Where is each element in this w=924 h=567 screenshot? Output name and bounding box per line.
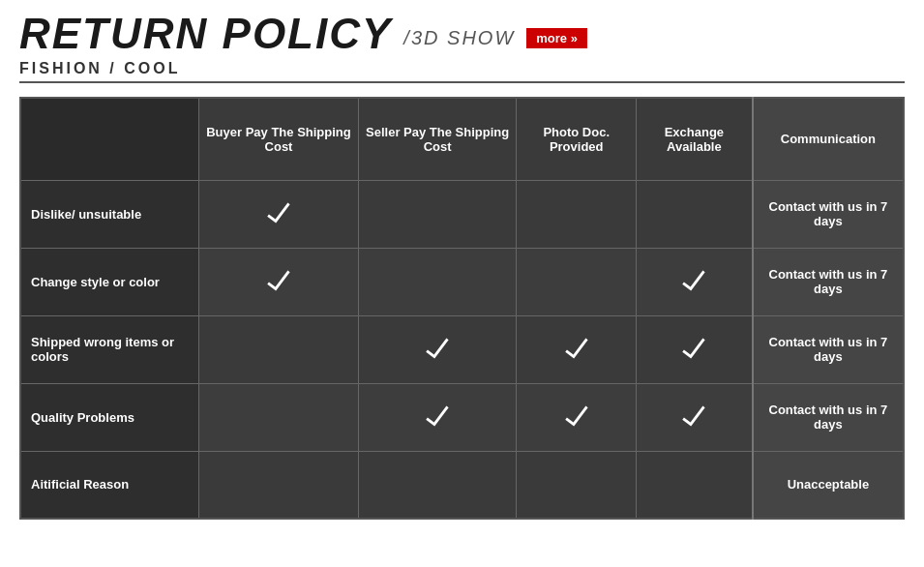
policy-table: Buyer Pay The Shipping Cost Seller Pay T…: [19, 97, 905, 520]
cell-seller-pay: [358, 180, 517, 248]
subtitle: FISHION / COOL: [19, 60, 905, 83]
cell-communication: Contact with us in 7 days: [753, 315, 904, 383]
cell-seller-pay: [358, 383, 517, 451]
cell-photo-doc: [517, 315, 637, 383]
cell-photo-doc: [517, 180, 637, 248]
cell-buyer-pay: [199, 180, 359, 248]
cell-exchange: [636, 180, 752, 248]
cell-photo-doc: [517, 383, 637, 451]
table-row: Aitificial ReasonUnacceptable: [20, 451, 904, 519]
cell-seller-pay: [358, 451, 517, 519]
cell-reason: Change style or color: [20, 248, 199, 315]
table-row: Shipped wrong items or colorsContact wit…: [20, 315, 904, 383]
cell-reason: Dislike/ unsuitable: [20, 180, 199, 248]
col-header-photo-doc: Photo Doc. Provided: [517, 98, 637, 180]
page: RETURN POLICY /3D SHOW more » FISHION / …: [0, 0, 924, 567]
cell-reason: Shipped wrong items or colors: [20, 315, 199, 383]
sub-title: /3D SHOW: [403, 27, 515, 49]
cell-buyer-pay: [199, 248, 359, 315]
col-header-seller-pay: Seller Pay The Shipping Cost: [358, 98, 517, 180]
cell-photo-doc: [517, 248, 637, 315]
col-header-reason: [20, 98, 199, 180]
cell-buyer-pay: [199, 315, 359, 383]
cell-exchange: [636, 315, 752, 383]
table-header-row: Buyer Pay The Shipping Cost Seller Pay T…: [20, 98, 904, 180]
header: RETURN POLICY /3D SHOW more »: [19, 10, 905, 58]
table-row: Quality ProblemsContact with us in 7 day…: [20, 383, 904, 451]
cell-buyer-pay: [199, 383, 359, 451]
cell-seller-pay: [358, 315, 517, 383]
cell-reason: Quality Problems: [20, 383, 199, 451]
cell-communication: Contact with us in 7 days: [753, 383, 904, 451]
cell-buyer-pay: [199, 451, 359, 519]
table-row: Dislike/ unsuitableContact with us in 7 …: [20, 180, 904, 248]
main-title: RETURN POLICY: [19, 10, 392, 58]
col-header-communication: Communication: [753, 98, 904, 180]
col-header-buyer-pay: Buyer Pay The Shipping Cost: [199, 98, 359, 180]
cell-reason: Aitificial Reason: [20, 451, 199, 519]
col-header-exchange: Exchange Available: [636, 98, 752, 180]
cell-communication: Contact with us in 7 days: [753, 248, 904, 315]
cell-photo-doc: [517, 451, 637, 519]
cell-exchange: [636, 383, 752, 451]
table-row: Change style or colorContact with us in …: [20, 248, 904, 315]
more-button[interactable]: more »: [526, 28, 587, 48]
cell-exchange: [636, 451, 752, 519]
cell-communication: Contact with us in 7 days: [753, 180, 904, 248]
cell-exchange: [636, 248, 752, 315]
cell-communication: Unacceptable: [753, 451, 904, 519]
cell-seller-pay: [358, 248, 517, 315]
